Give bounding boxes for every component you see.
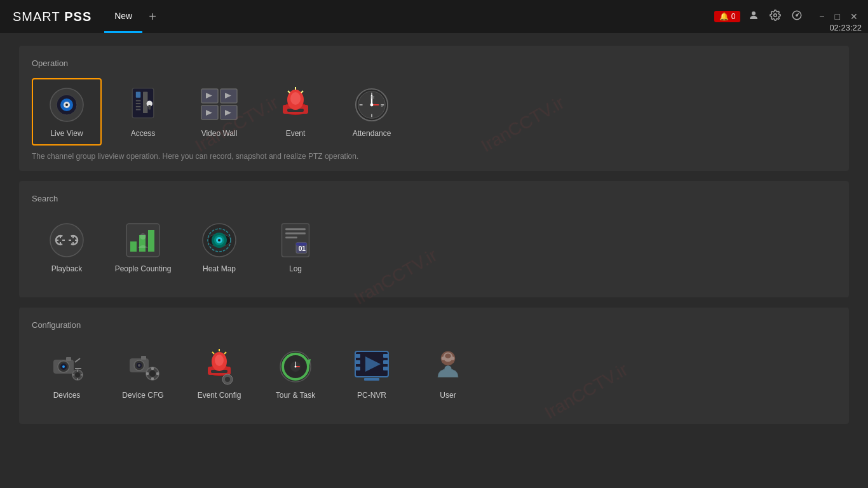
svg-point-130 — [444, 365, 451, 372]
alert-badge[interactable]: 🔔 0 — [714, 11, 741, 22]
search-grid: Playback People Counting — [32, 214, 836, 281]
svg-text:3: 3 — [381, 104, 383, 107]
svg-line-107 — [212, 352, 214, 354]
heat-map-label: Heat Map — [203, 264, 236, 273]
user-icon[interactable] — [745, 7, 762, 26]
pc-nvr-icon — [353, 348, 391, 386]
attendance-label: Attendance — [353, 129, 391, 138]
configuration-section: Configuration — [19, 308, 849, 424]
svg-point-61 — [140, 233, 146, 240]
devices-label: Devices — [53, 391, 81, 400]
svg-rect-72 — [285, 236, 297, 238]
svg-point-0 — [752, 11, 756, 15]
operation-item-event[interactable]: Event — [261, 78, 330, 146]
svg-rect-99 — [156, 372, 159, 375]
maximize-button[interactable]: □ — [831, 10, 844, 23]
close-button[interactable]: ✕ — [846, 10, 862, 23]
svg-point-30 — [290, 92, 301, 105]
device-cfg-label: Device CFG — [122, 391, 163, 400]
operation-item-video-wall[interactable]: Video Wall — [184, 78, 254, 146]
clock: 02:23:22 — [829, 23, 862, 32]
svg-rect-60 — [148, 230, 154, 252]
svg-line-33 — [288, 91, 290, 93]
configuration-title: Configuration — [32, 320, 836, 330]
svg-point-67 — [218, 239, 220, 241]
svg-point-128 — [442, 356, 445, 360]
video-wall-label: Video Wall — [201, 129, 238, 138]
main-content: Operation Live View — [0, 33, 868, 488]
config-item-device-cfg[interactable]: Device CFG — [108, 340, 178, 407]
svg-point-92 — [138, 364, 140, 367]
operation-item-access[interactable]: Access — [108, 78, 178, 146]
svg-line-106 — [224, 352, 226, 354]
svg-rect-14 — [136, 109, 140, 111]
user-config-icon — [429, 348, 467, 386]
tour-task-label: Tour & Task — [276, 391, 315, 400]
svg-rect-11 — [136, 100, 140, 102]
operation-grid: Live View Acc — [32, 78, 836, 146]
search-title: Search — [32, 194, 836, 203]
people-counting-icon — [124, 221, 162, 259]
video-wall-icon — [200, 86, 238, 124]
config-item-devices[interactable]: Devices — [32, 340, 102, 407]
svg-rect-80 — [66, 357, 71, 361]
operation-item-attendance[interactable]: 12 3 Attendance — [337, 78, 407, 146]
svg-rect-118 — [355, 360, 360, 364]
access-label: Access — [131, 129, 156, 138]
minimize-button[interactable]: − — [815, 10, 828, 23]
pc-nvr-label: PC-NVR — [357, 391, 386, 400]
log-label: Log — [289, 264, 302, 273]
svg-point-104 — [215, 355, 224, 366]
svg-point-95 — [149, 370, 156, 377]
live-view-icon — [48, 86, 86, 124]
svg-line-32 — [301, 91, 303, 93]
search-item-heat-map[interactable]: Heat Map — [184, 214, 254, 281]
svg-point-3 — [796, 15, 797, 16]
search-item-playback[interactable]: Playback — [32, 214, 102, 281]
svg-line-81 — [75, 358, 80, 362]
svg-point-42 — [370, 104, 374, 107]
config-item-tour-task[interactable]: Tour & Task — [261, 340, 330, 407]
svg-rect-121 — [383, 360, 388, 364]
tab-add-button[interactable]: + — [142, 10, 163, 24]
search-item-log[interactable]: 01 Log — [261, 214, 330, 281]
svg-rect-71 — [285, 233, 306, 234]
device-cfg-icon — [124, 348, 162, 386]
svg-point-84 — [75, 372, 80, 377]
event-label: Event — [286, 129, 306, 138]
svg-rect-58 — [130, 241, 137, 252]
svg-rect-122 — [383, 367, 388, 370]
app-logo: SMART PSS — [0, 10, 104, 24]
svg-rect-96 — [151, 367, 154, 370]
settings-icon[interactable] — [767, 7, 783, 26]
event-config-label: Event Config — [198, 391, 241, 400]
svg-text:12: 12 — [370, 95, 374, 99]
playback-icon — [48, 221, 86, 259]
tab-new[interactable]: New — [104, 0, 142, 33]
config-item-user[interactable]: User — [413, 340, 483, 407]
config-item-pc-nvr[interactable]: PC-NVR — [337, 340, 407, 407]
event-config-icon — [200, 348, 238, 386]
svg-rect-13 — [136, 106, 140, 107]
search-item-people-counting[interactable]: People Counting — [108, 214, 178, 281]
svg-rect-10 — [136, 92, 140, 97]
operation-section: Operation Live View — [19, 46, 849, 171]
user-label: User — [440, 391, 456, 400]
svg-point-8 — [65, 104, 68, 106]
operation-description: The channel group liveview operation. He… — [32, 152, 836, 161]
people-counting-label: People Counting — [115, 264, 172, 273]
event-icon — [276, 86, 315, 124]
live-view-label: Live View — [50, 129, 83, 138]
attendance-icon: 12 3 — [353, 86, 391, 124]
svg-rect-98 — [146, 372, 149, 375]
config-item-event-config[interactable]: Event Config — [184, 340, 254, 407]
heat-map-icon — [200, 221, 238, 259]
speedometer-icon[interactable] — [789, 7, 805, 26]
svg-rect-75 — [296, 243, 307, 246]
svg-rect-124 — [364, 378, 379, 381]
svg-text:01: 01 — [299, 245, 306, 252]
svg-rect-97 — [151, 377, 154, 380]
log-icon: 01 — [276, 221, 315, 259]
operation-item-live-view[interactable]: Live View — [32, 78, 102, 146]
svg-rect-93 — [141, 356, 146, 360]
